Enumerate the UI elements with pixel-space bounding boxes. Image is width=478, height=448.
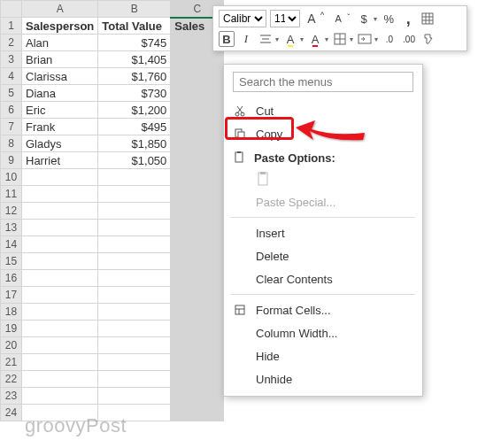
cell[interactable] <box>22 321 98 337</box>
cell[interactable] <box>171 85 224 102</box>
row-header[interactable]: 10 <box>1 169 22 186</box>
row-header[interactable]: 6 <box>1 102 22 119</box>
cell[interactable]: Alan <box>22 35 98 51</box>
row-header[interactable]: 11 <box>1 186 22 203</box>
cell[interactable] <box>171 371 224 388</box>
cell[interactable] <box>22 304 98 321</box>
cell[interactable] <box>22 169 98 186</box>
comma-style-button[interactable]: , <box>400 11 416 27</box>
row-header[interactable]: 24 <box>1 405 22 421</box>
row-header[interactable]: 14 <box>1 236 22 253</box>
decimal-inc-icon[interactable]: .00 <box>401 31 417 47</box>
cell[interactable] <box>171 135 224 152</box>
fill-color-button[interactable]: A <box>282 31 298 47</box>
menu-delete[interactable]: Delete <box>224 244 422 267</box>
cell[interactable]: Frank <box>22 119 98 135</box>
italic-button[interactable]: I <box>238 31 254 47</box>
cell[interactable] <box>171 119 224 135</box>
cell[interactable]: $1,200 <box>98 102 171 119</box>
cell[interactable] <box>171 405 224 421</box>
cell[interactable]: Harriet <box>22 152 98 169</box>
cell[interactable]: $730 <box>98 85 171 102</box>
cell[interactable] <box>22 186 98 203</box>
decrease-font-button[interactable]: A <box>330 11 346 27</box>
font-size-select[interactable]: 11 <box>270 10 300 27</box>
cell[interactable]: $1,050 <box>98 152 171 169</box>
cell[interactable] <box>171 186 224 203</box>
menu-copy[interactable]: Copy <box>224 122 422 145</box>
menu-cut[interactable]: Cut <box>224 99 422 122</box>
menu-hide[interactable]: Hide <box>224 344 422 367</box>
column-header-a[interactable]: A <box>22 1 98 18</box>
cell[interactable]: $745 <box>98 35 171 51</box>
row-header[interactable]: 18 <box>1 304 22 321</box>
menu-search-input[interactable] <box>233 72 413 92</box>
font-name-select[interactable]: Calibri <box>219 10 266 27</box>
cell[interactable] <box>171 203 224 220</box>
menu-format-cells[interactable]: Format Cells... <box>224 298 422 321</box>
cell[interactable] <box>171 321 224 337</box>
cell[interactable] <box>171 354 224 371</box>
row-header[interactable]: 5 <box>1 85 22 102</box>
cell[interactable] <box>22 220 98 236</box>
cell[interactable] <box>171 220 224 236</box>
menu-insert[interactable]: Insert <box>224 221 422 244</box>
cell[interactable] <box>98 304 171 321</box>
format-painter-icon[interactable] <box>420 31 436 47</box>
row-header[interactable]: 3 <box>1 51 22 68</box>
cell[interactable] <box>171 51 224 68</box>
cell[interactable] <box>171 102 224 119</box>
cell[interactable] <box>98 169 171 186</box>
menu-paste-button[interactable] <box>224 167 422 190</box>
row-header[interactable]: 21 <box>1 354 22 371</box>
row-header[interactable]: 20 <box>1 337 22 354</box>
percent-button[interactable]: % <box>381 11 397 27</box>
cell[interactable] <box>98 388 171 405</box>
cell[interactable] <box>171 236 224 253</box>
menu-paste-special[interactable]: Paste Special... <box>224 190 422 213</box>
cell[interactable] <box>171 270 224 287</box>
cell[interactable]: $1,850 <box>98 135 171 152</box>
row-header[interactable]: 15 <box>1 253 22 270</box>
cell[interactable] <box>98 253 171 270</box>
cell[interactable] <box>171 388 224 405</box>
cell[interactable]: Brian <box>22 51 98 68</box>
decimal-dec-icon[interactable]: .0 <box>382 31 397 47</box>
merge-icon[interactable] <box>357 31 373 47</box>
row-header[interactable]: 13 <box>1 220 22 236</box>
cell[interactable]: Salesperson <box>22 18 98 35</box>
cell[interactable] <box>22 253 98 270</box>
cell[interactable] <box>171 253 224 270</box>
menu-clear-contents[interactable]: Clear Contents <box>224 267 422 290</box>
menu-unhide[interactable]: Unhide <box>224 367 422 390</box>
align-icon[interactable] <box>258 31 274 47</box>
row-header[interactable]: 7 <box>1 119 22 135</box>
menu-column-width[interactable]: Column Width... <box>224 321 422 344</box>
row-header[interactable]: 9 <box>1 152 22 169</box>
cell[interactable] <box>98 186 171 203</box>
cell[interactable]: $495 <box>98 119 171 135</box>
row-header[interactable]: 1 <box>1 18 22 35</box>
cell[interactable] <box>98 337 171 354</box>
select-all-corner[interactable] <box>1 1 22 18</box>
cell[interactable] <box>98 203 171 220</box>
cell[interactable] <box>98 220 171 236</box>
row-header[interactable]: 17 <box>1 287 22 304</box>
font-color-button[interactable]: A <box>307 31 323 47</box>
cell[interactable] <box>22 236 98 253</box>
row-header[interactable]: 8 <box>1 135 22 152</box>
increase-font-button[interactable]: A <box>304 11 320 27</box>
borders-icon[interactable] <box>332 31 348 47</box>
cell[interactable]: $1,760 <box>98 68 171 85</box>
cell[interactable]: Total Value <box>98 18 171 35</box>
cell[interactable] <box>98 354 171 371</box>
cell[interactable] <box>22 337 98 354</box>
cell[interactable] <box>22 203 98 220</box>
row-header[interactable]: 22 <box>1 371 22 388</box>
table-format-icon[interactable] <box>420 11 436 27</box>
cell[interactable] <box>171 169 224 186</box>
cell[interactable] <box>22 371 98 388</box>
currency-button[interactable]: $ <box>356 11 372 27</box>
cell[interactable] <box>98 321 171 337</box>
cell[interactable] <box>22 388 98 405</box>
